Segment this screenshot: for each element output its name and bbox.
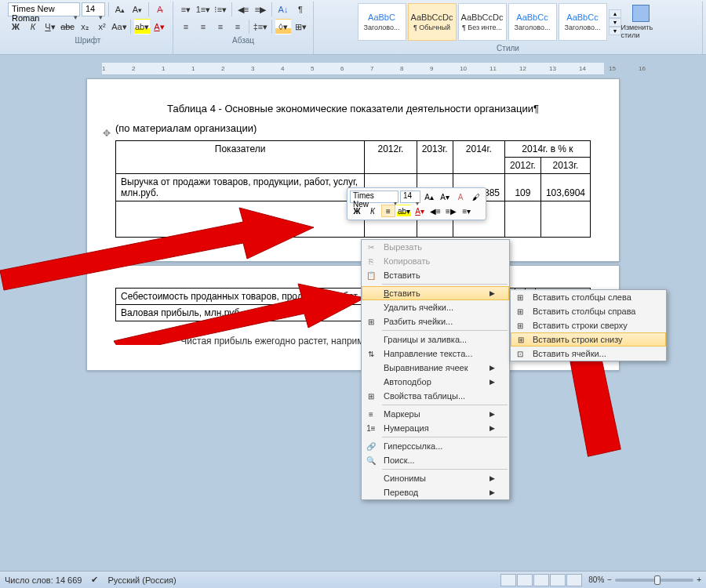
shrink-font-btn[interactable]: A▾ — [129, 2, 145, 17]
align-center-btn[interactable]: ≡ — [195, 19, 211, 34]
mini-shrink-font[interactable]: A▾ — [438, 191, 452, 203]
language-status[interactable]: Русский (Россия) — [107, 575, 176, 585]
view-buttons[interactable] — [500, 574, 582, 586]
cell-r1c6[interactable]: 103,6904 — [540, 174, 590, 201]
zoom-slider[interactable] — [615, 579, 693, 582]
sub-rows-above[interactable]: ⊞Вставить строки сверху — [511, 318, 666, 332]
align-right-btn[interactable]: ≡ — [213, 19, 228, 34]
change-case-btn[interactable]: Aa▾ — [111, 19, 127, 34]
mini-outdent[interactable]: ◀≡ — [428, 205, 442, 217]
text-dir-icon: ⇅ — [365, 347, 377, 360]
mini-indent[interactable]: ≡▶ — [444, 205, 458, 217]
outdent-btn[interactable]: ◀≡ — [235, 2, 251, 17]
ctx-delete-cells[interactable]: Удалить ячейки... — [362, 300, 509, 314]
style-item[interactable]: AaBbCcЗаголово... — [508, 3, 557, 41]
style-item[interactable]: AaBbCcDc¶ Без инте... — [458, 3, 507, 41]
ctx-find[interactable]: 🔍Поиск... — [362, 453, 509, 467]
ctx-insert[interactable]: Вставить▶ — [362, 286, 509, 300]
paragraph-group: ≡▾ 1≡▾ ⁝≡▾ ◀≡ ≡▶ A↓ ¶ ≡ ≡ ≡ ≡ ‡≡▾ ◊▾ ⊞▾ — [173, 2, 314, 54]
cell-r1c1[interactable]: Выручка от продажи товаров, продукции, р… — [116, 174, 365, 201]
gallery-scroll[interactable]: ▴▾▾ — [609, 9, 621, 35]
subscript-btn[interactable]: x₂ — [77, 19, 93, 34]
style-item[interactable]: AaBbCcDc¶ Обычный — [408, 3, 457, 41]
mini-font-select[interactable]: Times New — [350, 191, 398, 203]
sub-cols-right[interactable]: ⊞Вставить столбцы справа — [511, 304, 666, 318]
cut-icon: ✂ — [365, 241, 377, 253]
ctx-split-cells[interactable]: ⊞Разбить ячейки... — [362, 314, 509, 328]
style-gallery[interactable]: AaBbCЗаголово...AaBbCcDc¶ ОбычныйAaBbCcD… — [356, 2, 609, 42]
table-move-handle[interactable]: ✥ — [103, 128, 111, 139]
ctx-cell-align[interactable]: Выравнивание ячеек▶ — [362, 361, 509, 375]
mini-size-select[interactable]: 14 — [400, 191, 420, 203]
ctx-translate[interactable]: Перевод▶ — [362, 485, 509, 499]
ctx-autofit[interactable]: Автоподбор▶ — [362, 375, 509, 389]
page-1: Таблица 4 - Основные экономические показ… — [86, 78, 620, 262]
change-styles-icon — [632, 5, 650, 22]
th-2012[interactable]: 2012г. — [365, 141, 417, 174]
sort-btn[interactable]: A↓ — [275, 2, 291, 17]
align-left-btn[interactable]: ≡ — [178, 19, 194, 34]
mini-highlight[interactable]: ab▾ — [397, 205, 411, 217]
highlight-btn[interactable]: ab▾ — [134, 19, 150, 34]
th-indicators[interactable]: Показатели — [116, 141, 365, 174]
th-2014[interactable]: 2014г. — [453, 141, 504, 174]
bullets-btn[interactable]: ≡▾ — [178, 2, 194, 17]
zoom-control[interactable]: 80% − + — [588, 575, 701, 584]
ctx-synonyms[interactable]: Синонимы▶ — [362, 471, 509, 485]
full-screen-view[interactable] — [517, 574, 533, 586]
word-count[interactable]: Число слов: 14 669 — [5, 575, 82, 585]
th-2013[interactable]: 2013г. — [417, 141, 453, 174]
font-size-select[interactable]: 14 — [82, 2, 105, 16]
grow-font-btn[interactable]: A▴ — [112, 2, 128, 17]
th-2014pct[interactable]: 2014г. в % к — [504, 141, 590, 158]
mini-bullets[interactable]: ≡▾ — [460, 205, 474, 217]
rows-below-icon: ⊞ — [515, 333, 527, 346]
ribbon: Times New Roman 14 A▴ A▾ A̶ Ж К Ч▾ abc x… — [0, 0, 706, 55]
ctx-text-direction[interactable]: ⇅Направление текста... — [362, 347, 509, 361]
ruler[interactable]: 12112345678910111213141516 — [102, 63, 604, 75]
th-pct-2012[interactable]: 2012г. — [504, 158, 540, 174]
ctx-hyperlink[interactable]: 🔗Гиперссылка... — [362, 439, 509, 453]
zoom-label[interactable]: 80% — [588, 575, 604, 584]
web-layout-view[interactable] — [533, 574, 549, 586]
cell-r1c5[interactable]: 109 — [504, 174, 540, 201]
table-caption: Таблица 4 - Основные экономические показ… — [115, 103, 591, 114]
shading-btn[interactable]: ◊▾ — [275, 19, 291, 34]
sub-cols-left[interactable]: ⊞Вставить столбцы слева — [511, 290, 666, 304]
show-marks-btn[interactable]: ¶ — [293, 2, 308, 17]
mini-font-color[interactable]: A▾ — [413, 205, 427, 217]
th-pct-2013[interactable]: 2013г. — [540, 158, 590, 174]
strike-btn[interactable]: abc — [60, 19, 75, 34]
font-name-select[interactable]: Times New Roman — [8, 2, 80, 16]
mini-format-painter[interactable]: 🖌 — [469, 191, 483, 203]
clear-format-btn[interactable]: A̶ — [152, 2, 168, 17]
proofing-icon[interactable]: ✔ — [91, 575, 98, 585]
change-styles-btn[interactable]: Изменить стили — [621, 3, 661, 41]
zoom-in-btn[interactable]: + — [697, 575, 701, 584]
mini-grow-font[interactable]: A▴ — [422, 191, 436, 203]
justify-btn[interactable]: ≡ — [230, 19, 246, 34]
underline-btn[interactable]: Ч▾ — [42, 19, 58, 34]
zoom-out-btn[interactable]: − — [607, 575, 612, 584]
ctx-numbering[interactable]: 1≡Нумерация▶ — [362, 421, 509, 435]
multilevel-btn[interactable]: ⁝≡▾ — [213, 2, 228, 17]
draft-view[interactable] — [566, 574, 582, 586]
indent-btn[interactable]: ≡▶ — [253, 2, 268, 17]
line-spacing-btn[interactable]: ‡≡▾ — [253, 19, 268, 34]
sub-rows-below[interactable]: ⊞Вставить строки снизу — [511, 332, 666, 347]
superscript-btn[interactable]: x² — [94, 19, 110, 34]
borders-btn[interactable]: ⊞▾ — [293, 19, 308, 34]
print-layout-view[interactable] — [500, 574, 516, 586]
ctx-table-props[interactable]: ⊞Свойства таблицы... — [362, 389, 509, 403]
font-color-btn[interactable]: A▾ — [151, 19, 167, 34]
ctx-bullets[interactable]: ≡Маркеры▶ — [362, 407, 509, 421]
ctx-copy: ⎘Копировать — [362, 254, 509, 268]
style-item[interactable]: AaBbCЗаголово... — [358, 3, 406, 41]
numbering-btn[interactable]: 1≡▾ — [195, 2, 211, 17]
style-item[interactable]: AaBbCcЗаголово... — [559, 3, 607, 41]
ctx-borders[interactable]: Границы и заливка... — [362, 332, 509, 347]
ctx-paste[interactable]: 📋Вставить — [362, 268, 509, 282]
outline-view[interactable] — [550, 574, 566, 586]
sub-cells[interactable]: ⊡Вставить ячейки... — [511, 347, 666, 361]
mini-style-icon[interactable]: A — [453, 191, 468, 203]
